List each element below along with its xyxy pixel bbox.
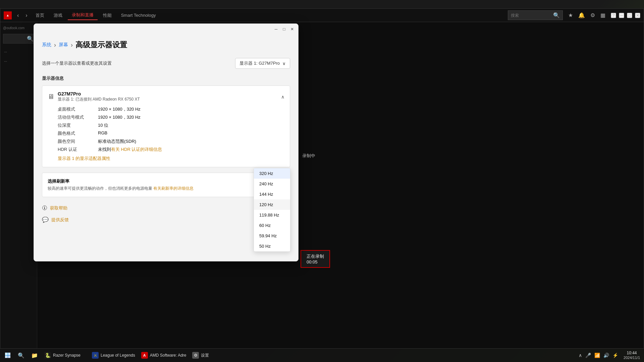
- help-section: 🛈 获取帮助 💬 提供反馈: [42, 202, 290, 226]
- amd-titlebar-left: ▲ ‹ › 首页 游戏 录制和直播 性能 Smart Technology: [4, 11, 160, 20]
- breadcrumb-current: 高级显示器设置: [75, 40, 127, 50]
- give-feedback-item[interactable]: 💬 提供反馈: [42, 214, 290, 226]
- get-help-item[interactable]: 🛈 获取帮助: [42, 202, 290, 214]
- razer-synapse-icon: 🐍: [44, 352, 51, 359]
- dropdown-option-144hz[interactable]: 144 Hz: [254, 189, 290, 199]
- detail-desktop-mode-value: 644 × 362，320 Hz: [98, 106, 141, 112]
- amd-search-box[interactable]: 🔍: [508, 10, 563, 20]
- dropdown-option-120hz[interactable]: 120 Hz: [254, 199, 290, 210]
- expand-button[interactable]: ∧: [281, 94, 284, 100]
- dropdown-option-5994hz[interactable]: 59.94 Hz: [254, 231, 290, 241]
- settings-icon[interactable]: ⚙: [590, 12, 595, 18]
- amd-search-input[interactable]: [511, 13, 551, 18]
- settings-close-button[interactable]: ✕: [289, 26, 296, 33]
- detail-active-signal-value: 644 × 362，320 Hz: [98, 114, 141, 120]
- nav-back-button[interactable]: ‹: [14, 11, 21, 20]
- monitor-dropdown[interactable]: 显示器 1: G27M7Pro ∨: [235, 58, 290, 69]
- taskbar: 🔍 📁 🐍 Razer Synapse ⚔ League of Legends …: [0, 349, 644, 362]
- start-button[interactable]: [1, 349, 14, 362]
- system-clock[interactable]: 10:44 2024/11/1: [621, 351, 643, 360]
- breadcrumb-system[interactable]: 系统: [42, 42, 51, 48]
- bookmark-icon[interactable]: ★: [568, 12, 573, 18]
- settings-minimize-button[interactable]: ─: [273, 26, 279, 33]
- amd-software-icon: A: [141, 352, 148, 359]
- system-tray: ∧ 🎤 📶 🔊 ⚡: [577, 351, 620, 359]
- amd-maximize-button[interactable]: □: [627, 13, 632, 18]
- sidebar-search[interactable]: 🔍: [3, 34, 34, 44]
- refresh-rate-dropdown[interactable]: 320 Hz 240 Hz 144 Hz 120 Hz 119.88 Hz 60…: [254, 168, 290, 252]
- recording-timer-prefix: 正在录制: [307, 253, 324, 259]
- taskbar-razer-app[interactable]: 🐍 Razer Synapse: [42, 349, 89, 361]
- detail-hdr: HDR 认证 未找到 有关 HDR 认证的详细信息: [58, 146, 284, 153]
- detail-bit-depth-value: 10 位: [98, 122, 108, 128]
- refresh-rate-section: 选择刷新率 较高的速率可提供更流畅的动作，但也消耗更多的电源电量 有关刷新率的详…: [42, 173, 290, 197]
- nav-record[interactable]: 录制和直播: [68, 11, 98, 20]
- detail-color-space-value: 标准动态范围(SDR): [98, 138, 136, 144]
- adapter-properties-link[interactable]: 显示器 1 的显示适配器属性: [58, 156, 110, 161]
- nav-performance[interactable]: 性能: [99, 11, 116, 20]
- search-icon: 🔍: [553, 12, 560, 18]
- refresh-desc-text: 较高的速率可提供更流畅的动作，但也消耗更多的电源电量: [48, 186, 152, 191]
- get-help-label: 获取帮助: [50, 205, 67, 211]
- sidebar-item-2[interactable]: ...: [0, 56, 37, 65]
- monitor-selector-row: 选择一个显示器以查看或更改其设置 显示器 1: G27M7Pro ∨: [42, 58, 290, 69]
- taskbar-amd-app[interactable]: A AMD Software: Adre: [139, 349, 189, 361]
- show-hidden-icon[interactable]: ∧: [577, 351, 583, 359]
- detail-bit-depth: 位深度 10 位: [58, 122, 284, 128]
- amd-logo: ▲: [4, 11, 12, 19]
- hdr-link[interactable]: 有关 HDR 认证的详细信息: [111, 146, 162, 153]
- recording-timer-value: 00:05: [307, 259, 324, 264]
- amd-close-button[interactable]: ✕: [635, 13, 640, 18]
- clock-time: 10:44: [627, 351, 637, 355]
- breadcrumb-sep-1: ›: [54, 42, 56, 49]
- taskbar-lol-app[interactable]: ⚔ League of Legends: [89, 349, 138, 361]
- detail-hdr-value: 未找到: [98, 146, 111, 153]
- amd-minimize-button[interactable]: ─: [619, 13, 624, 18]
- dropdown-option-240hz[interactable]: 240 Hz: [254, 179, 290, 189]
- refresh-rate-link[interactable]: 有关刷新率的详细信息: [153, 186, 194, 191]
- monitor-name: G27M7Pro: [58, 91, 140, 97]
- settings-app-icon: ⚙: [192, 352, 199, 359]
- dropdown-option-60hz[interactable]: 60 Hz: [254, 220, 290, 231]
- settings-maximize-button[interactable]: □: [281, 26, 287, 33]
- taskbar-settings-app[interactable]: ⚙ 设置: [190, 349, 236, 361]
- nav-forward-button[interactable]: ›: [23, 11, 30, 20]
- amd-help-icon[interactable]: ?: [611, 13, 616, 18]
- recording-badge: 录制中: [302, 153, 315, 159]
- chevron-down-icon: ∨: [282, 61, 286, 66]
- sidebar-item-1[interactable]: ...: [0, 46, 37, 56]
- detail-hdr-label: HDR 认证: [58, 146, 98, 153]
- detail-bit-depth-label: 位深度: [58, 122, 98, 128]
- taskbar-explorer-button[interactable]: 📁: [28, 349, 41, 362]
- monitor-dropdown-value: 显示器 1: G27M7Pro: [239, 60, 280, 66]
- speaker-icon[interactable]: 🔊: [602, 351, 610, 359]
- battery-icon[interactable]: ⚡: [611, 351, 620, 359]
- league-of-legends-icon: ⚔: [92, 352, 99, 359]
- sidebar-search-input[interactable]: [5, 37, 25, 41]
- detail-desktop-mode-label: 桌面模式: [58, 106, 98, 112]
- file-explorer-icon: 📁: [31, 352, 38, 359]
- settings-app-label: 设置: [201, 353, 209, 358]
- nav-smart[interactable]: Smart Technology: [117, 11, 160, 19]
- detail-active-signal-label: 活动信号模式: [58, 114, 98, 120]
- detail-active-signal: 活动信号模式 644 × 362，320 Hz: [58, 114, 284, 120]
- breadcrumb-screen[interactable]: 屏幕: [59, 42, 68, 48]
- user-email: @outlook.com: [0, 25, 37, 31]
- section-display-info: 显示器信息: [42, 75, 290, 81]
- dropdown-option-50hz[interactable]: 50 Hz: [254, 241, 290, 251]
- sidebar-items: ... ...: [0, 46, 37, 65]
- settings-titlebar: ─ □ ✕: [34, 24, 298, 35]
- dropdown-option-11988hz[interactable]: 119.88 Hz: [254, 210, 290, 220]
- detail-color-format-label: 颜色格式: [58, 130, 98, 136]
- microphone-icon[interactable]: 🎤: [584, 351, 592, 359]
- monitor-selector-label: 选择一个显示器以查看或更改其设置: [42, 60, 112, 66]
- nav-home[interactable]: 首页: [32, 11, 48, 20]
- monitor-card: 🖥 G27M7Pro 显示器 1: 已连接到 AMD Radeon RX 675…: [42, 85, 290, 167]
- network-icon[interactable]: 📶: [593, 351, 601, 359]
- dropdown-option-320hz[interactable]: 320 Hz: [254, 168, 290, 179]
- layout-icon[interactable]: ▦: [600, 12, 605, 18]
- detail-color-space-label: 颜色空间: [58, 138, 98, 144]
- notification-icon[interactable]: 🔔: [578, 12, 585, 18]
- taskbar-search-button[interactable]: 🔍: [15, 349, 28, 362]
- nav-games[interactable]: 游戏: [50, 11, 66, 20]
